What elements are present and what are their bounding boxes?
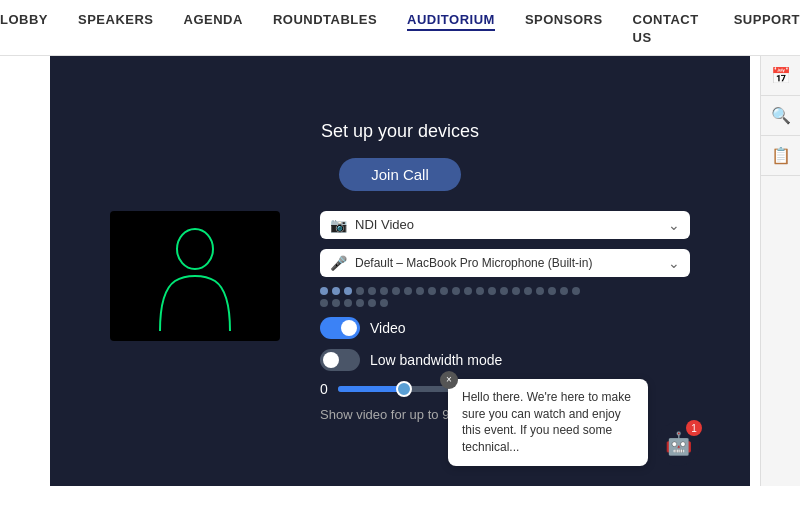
setup-title: Set up your devices	[321, 121, 479, 142]
audio-dot	[548, 287, 556, 295]
bandwidth-toggle-knob	[323, 352, 339, 368]
audio-dot	[368, 299, 376, 307]
chat-message: Hello there. We're here to make sure you…	[462, 390, 631, 454]
main-content: Set up your devices Join Call 📷 NDI Vide…	[50, 56, 750, 486]
join-call-button[interactable]: Join Call	[339, 158, 461, 191]
nav-item-speakers[interactable]: SPEAKERS	[78, 12, 154, 27]
chat-robot-icon: 🤖	[665, 431, 692, 457]
audio-dot	[524, 287, 532, 295]
slider-min: 0	[320, 381, 328, 397]
audio-dot	[536, 287, 544, 295]
audio-dot	[464, 287, 472, 295]
nav-item-agenda[interactable]: AGENDA	[184, 12, 243, 27]
audio-level-dots	[320, 287, 590, 307]
audio-dot	[344, 299, 352, 307]
nav-item-lobby[interactable]: LOBBY	[0, 12, 48, 27]
audio-dot	[392, 287, 400, 295]
mic-select[interactable]: 🎤 Default – MacBook Pro Microphone (Buil…	[320, 249, 690, 277]
audio-dot	[368, 287, 376, 295]
video-toggle-row: Video	[320, 317, 690, 339]
svg-point-0	[177, 229, 213, 269]
nav-item-roundtables[interactable]: ROUNDTABLES	[273, 12, 377, 27]
video-toggle-label: Video	[370, 320, 406, 336]
audio-dot	[356, 287, 364, 295]
audio-dot	[416, 287, 424, 295]
audio-dot	[344, 287, 352, 295]
nav-item-sponsors[interactable]: SPONSORS	[525, 12, 603, 27]
participants-slider[interactable]	[338, 386, 458, 392]
nav-item-contact-us[interactable]: CONTACT US	[633, 12, 699, 45]
audio-dot	[560, 287, 568, 295]
sidebar-calendar-icon[interactable]: 📅	[761, 56, 800, 96]
camera-chevron: ⌄	[668, 217, 680, 233]
navigation: LOBBYSPEAKERSAGENDAROUNDTABLESAUDITORIUM…	[0, 0, 800, 56]
audio-dot	[380, 299, 388, 307]
audio-dot	[572, 287, 580, 295]
slider-thumb[interactable]	[396, 381, 412, 397]
audio-dot	[512, 287, 520, 295]
audio-dot	[380, 287, 388, 295]
audio-dot	[476, 287, 484, 295]
camera-label: NDI Video	[355, 217, 414, 232]
audio-dot	[404, 287, 412, 295]
video-preview	[110, 211, 280, 341]
sidebar-search-icon[interactable]: 🔍	[761, 96, 800, 136]
audio-dot	[452, 287, 460, 295]
right-sidebar: 📅 🔍 📋	[760, 56, 800, 486]
mic-label: Default – MacBook Pro Microphone (Built-…	[355, 256, 592, 270]
video-toggle-knob	[341, 320, 357, 336]
bandwidth-toggle-row: Low bandwidth mode	[320, 349, 690, 371]
audio-dot	[356, 299, 364, 307]
slider-fill	[338, 386, 404, 392]
sidebar-clipboard-icon[interactable]: 📋	[761, 136, 800, 176]
chat-close-button[interactable]: ×	[440, 371, 458, 389]
chat-bubble: × Hello there. We're here to make sure y…	[448, 379, 648, 466]
nav-item-support[interactable]: SUPPORT	[734, 12, 800, 27]
mic-icon: 🎤	[330, 255, 347, 271]
person-silhouette	[145, 221, 245, 331]
mic-chevron: ⌄	[668, 255, 680, 271]
audio-dot	[332, 287, 340, 295]
camera-icon: 📷	[330, 217, 347, 233]
audio-dot	[320, 299, 328, 307]
audio-dot	[332, 299, 340, 307]
video-toggle[interactable]	[320, 317, 360, 339]
chat-avatar[interactable]: 🤖 1	[656, 422, 700, 466]
audio-dot	[500, 287, 508, 295]
audio-dot	[428, 287, 436, 295]
bandwidth-toggle-label: Low bandwidth mode	[370, 352, 502, 368]
audio-dot	[320, 287, 328, 295]
audio-dot	[488, 287, 496, 295]
camera-select[interactable]: 📷 NDI Video ⌄	[320, 211, 690, 239]
bandwidth-toggle[interactable]	[320, 349, 360, 371]
chat-widget: × Hello there. We're here to make sure y…	[448, 379, 700, 466]
audio-dot	[440, 287, 448, 295]
nav-item-auditorium[interactable]: AUDITORIUM	[407, 12, 495, 31]
chat-badge: 1	[686, 420, 702, 436]
